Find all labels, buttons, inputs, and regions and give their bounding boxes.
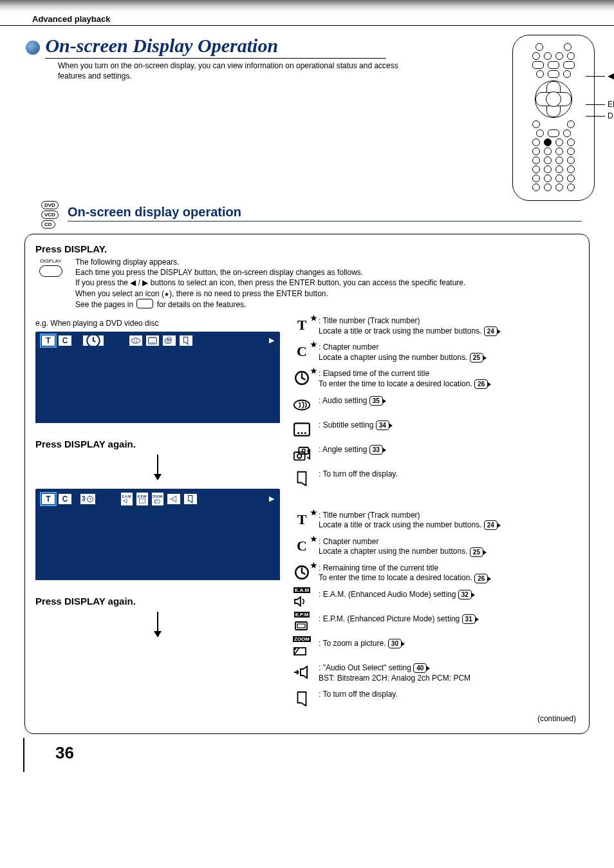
C-icon: C★: [292, 537, 312, 555]
legend-item: ★: Remaining time of the current titleTo…: [292, 563, 579, 583]
legend-item: T★: Title number (Track number)Locate a …: [292, 316, 579, 336]
svg-point-23: [297, 454, 302, 458]
legend-text: : Title number (Track number)Locate a ti…: [319, 316, 498, 336]
page-ref: 24: [484, 326, 498, 336]
C-icon: C★: [292, 343, 312, 361]
legend-text: : Chapter numberLocate a chapter using t…: [319, 343, 483, 363]
legend-item: : Angle setting 33: [292, 445, 579, 463]
legend-text: : To turn off the display.: [319, 690, 398, 700]
eam-icon: E.A.M: [292, 590, 312, 608]
page-ref: 30: [388, 639, 402, 648]
audio-icon: [292, 396, 312, 414]
star-marker: ★: [310, 508, 317, 517]
star-marker: ★: [310, 314, 317, 323]
step-press-display: Press DISPLAY.: [35, 243, 579, 254]
svg-rect-13: [154, 500, 160, 503]
page-ref: 24: [484, 520, 498, 530]
legend-item: ★: Elapsed time of the current titleTo e…: [292, 369, 579, 389]
legend-item: E.A.M: E.A.M. (Enhanced Audio Mode) sett…: [292, 590, 579, 608]
angle-icon: [292, 445, 312, 463]
display-button-icon: DISPLAY: [39, 258, 62, 310]
continued-label: (continued): [292, 714, 579, 723]
legend-item: : Subtitle setting 34: [292, 420, 579, 439]
osd-audio-icon: [129, 335, 143, 346]
legend-text: : To turn off the display.: [319, 469, 398, 480]
dpad-icon: [535, 80, 572, 118]
T-icon: T★: [292, 316, 312, 334]
legend-text: : Angle setting 33: [319, 445, 383, 455]
svg-rect-24: [299, 447, 308, 453]
page-ref: 34: [376, 420, 389, 430]
svg-point-3: [151, 342, 151, 343]
legend-item: : Audio setting 35: [292, 396, 579, 414]
svg-point-4: [152, 342, 153, 343]
osd-screen-2: T C 3 E.A.M E.P.M ZOOM ▶: [35, 489, 280, 580]
legend-item: C★: Chapter numberLocate a chapter using…: [292, 537, 579, 557]
osd-title-icon: T: [41, 335, 55, 346]
svg-rect-28: [297, 624, 305, 628]
legend-text: : To zoom a picture. 30: [319, 639, 402, 649]
legend-text: : Audio setting 35: [319, 396, 383, 406]
subtitle-icon: [292, 420, 312, 439]
legend-text: : Chapter numberLocate a chapter using t…: [319, 537, 483, 557]
legend-item: ZOOM: To zoom a picture. 30: [292, 639, 579, 657]
legend-text: : E.A.M. (Enhanced Audio Mode) setting 3…: [319, 590, 472, 600]
svg-point-20: [301, 431, 302, 433]
svg-point-21: [304, 431, 306, 433]
svg-point-5: [154, 342, 154, 343]
press-display-again-2: Press DISPLAY again.: [35, 596, 280, 607]
zoom-icon: ZOOM: [292, 639, 312, 657]
page-number: 36: [23, 738, 614, 772]
legend-group-2: T★: Title number (Track number)Locate a …: [292, 511, 579, 708]
legend-item: E.P.M: E.P.M. (Enhanced Picture Mode) se…: [292, 614, 579, 632]
legend-item: C★: Chapter numberLocate a chapter using…: [292, 343, 579, 363]
intro-text: When you turn on the on-screen display, …: [26, 59, 405, 81]
down-arrow-icon: [35, 612, 280, 641]
legend-text: : Remaining time of the current titleTo …: [319, 563, 488, 583]
aout-icon: [292, 663, 312, 681]
star-marker: ★: [310, 561, 317, 570]
remote-diagram: [512, 35, 595, 201]
page-ref-icon: [136, 299, 153, 308]
remote-label-enter: ENTER: [608, 100, 614, 109]
remote-label-display: DISPLAY: [608, 111, 614, 120]
off-icon: [292, 469, 312, 487]
press-display-again-1: Press DISPLAY again.: [35, 439, 280, 449]
remote-label-arrows: ◀ / ▶: [608, 71, 614, 80]
legend-text: : E.P.M. (Enhanced Picture Mode) setting…: [319, 614, 476, 625]
legend-text: : "Audio Out Select" setting 40BST: Bits…: [319, 663, 470, 683]
svg-marker-15: [154, 631, 162, 637]
star-marker: ★: [310, 340, 317, 349]
page-ref: 32: [458, 590, 472, 599]
page-ref: 26: [474, 379, 488, 389]
title-bullet-icon: [26, 41, 40, 55]
osd-angle-icon: [162, 335, 176, 346]
sub-title: On-screen display operation: [68, 205, 582, 222]
T-icon: T★: [292, 511, 312, 529]
section-header: Advanced playback: [0, 12, 614, 26]
page-ref: 35: [369, 396, 383, 406]
svg-rect-6: [165, 339, 171, 343]
star-marker: ★: [310, 534, 317, 543]
legend-text: : Elapsed time of the current titleTo en…: [319, 369, 488, 389]
top-gradient: [0, 0, 614, 12]
page-title: On-screen Display Operation: [45, 35, 386, 59]
legend-item: : To turn off the display.: [292, 690, 579, 708]
page-ref: 33: [369, 445, 383, 455]
page-ref: 40: [413, 663, 427, 673]
svg-point-19: [297, 431, 299, 433]
osd-clock-icon: [82, 335, 104, 346]
example-label: e.g. When playing a DVD video disc: [35, 319, 280, 328]
osd-off-icon: [179, 335, 193, 346]
svg-rect-12: [139, 499, 145, 503]
page-ref: 26: [474, 574, 488, 583]
legend-text: : Title number (Track number)Locate a ti…: [319, 511, 498, 531]
svg-point-25: [302, 449, 305, 452]
epm-icon: E.P.M: [292, 614, 312, 632]
down-arrow-icon: [35, 455, 280, 484]
osd-screen-1: T C: [35, 332, 280, 423]
disc-badges: DVD VCD CD: [41, 201, 59, 229]
clock-icon: ★: [292, 369, 312, 387]
page-ref: 25: [470, 547, 483, 557]
off-icon: [292, 690, 312, 708]
